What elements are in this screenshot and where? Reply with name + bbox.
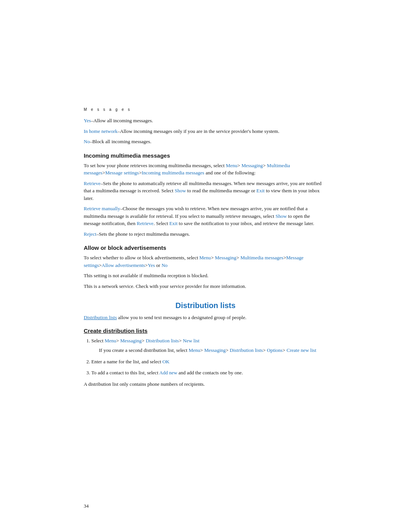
show-link-2[interactable]: Show <box>276 213 287 219</box>
menu-link-1[interactable]: Menu <box>226 163 237 168</box>
messaging-link-4[interactable]: Messaging <box>204 347 226 353</box>
step-3: To add a contact to this list, select Ad… <box>91 369 327 377</box>
messaging-link-3[interactable]: Messaging <box>120 338 142 343</box>
allow-block-heading: Allow or block advertisements <box>84 244 327 251</box>
home-network-text: –Allow incoming messages only if you are… <box>118 128 279 134</box>
allow-advertisements-link[interactable]: Allow advertisements <box>102 262 145 268</box>
create-distribution-lists-steps: Select Menu> Messaging> Distribution lis… <box>91 337 327 377</box>
no-line: No–Block all incoming messages. <box>84 138 327 145</box>
reject-link[interactable]: Reject <box>84 231 96 237</box>
incoming-multimedia-link[interactable]: Incoming multimedia messages <box>142 170 204 176</box>
yes-link[interactable]: Yes <box>84 118 91 123</box>
step-1: Select Menu> Messaging> Distribution lis… <box>91 337 327 354</box>
page: M e s s a g e s Yes–Allow all incoming m… <box>0 0 411 532</box>
create-new-list-link[interactable]: Create new list <box>287 347 316 353</box>
no-link[interactable]: No <box>84 139 90 144</box>
distribution-lists-major-heading: Distribution lists <box>84 301 327 310</box>
page-number: 34 <box>84 503 89 509</box>
messaging-link-1[interactable]: Messaging <box>241 163 263 168</box>
final-note: A distribution list only contains phone … <box>84 380 327 388</box>
step-1-indent: If you create a second distribution list… <box>99 347 327 354</box>
incoming-multimedia-heading: Incoming multimedia messages <box>84 152 327 159</box>
retrieve-link-2[interactable]: Retrieve <box>137 220 153 226</box>
network-service-note: This is a network service. Check with yo… <box>84 283 327 290</box>
distribution-lists-link-4[interactable]: Distribution lists <box>230 347 263 353</box>
message-settings-link-1[interactable]: Message settings <box>105 170 139 176</box>
reject-desc: Reject–Sets the phone to reject multimed… <box>84 230 327 238</box>
retrieve-link[interactable]: Retrieve <box>84 181 100 186</box>
distribution-lists-intro: Distribution lists allow you to send tex… <box>84 314 327 321</box>
section-label: M e s s a g e s <box>84 107 327 112</box>
new-list-link[interactable]: New list <box>183 338 200 343</box>
show-link-1[interactable]: Show <box>175 188 186 193</box>
messaging-link-2[interactable]: Messaging <box>215 255 236 260</box>
exit-link-1[interactable]: Exit <box>256 188 265 193</box>
in-home-network-link[interactable]: In home network <box>84 128 118 134</box>
yes-line: Yes–Allow all incoming messages. <box>84 117 327 125</box>
step-2: Enter a name for the list, and select OK <box>91 358 327 366</box>
yes-link-2[interactable]: Yes <box>148 262 155 268</box>
no-line-text: –Block all incoming messages. <box>90 139 151 144</box>
menu-link-4[interactable]: Menu <box>189 347 200 353</box>
no-link-2[interactable]: No <box>161 262 167 268</box>
exit-link-2[interactable]: Exit <box>169 220 178 226</box>
distribution-lists-link-3[interactable]: Distribution lists <box>146 338 179 343</box>
home-network-line: In home network–Allow incoming messages … <box>84 128 327 135</box>
distribution-list-intro-link[interactable]: Distribution lists <box>84 315 117 320</box>
add-new-link[interactable]: Add new <box>159 370 177 375</box>
incoming-multimedia-intro: To set how your phone retrieves incoming… <box>84 162 327 177</box>
ok-link[interactable]: OK <box>162 359 170 364</box>
menu-link-2[interactable]: Menu <box>199 255 211 260</box>
create-distribution-lists-heading: Create distribution lists <box>84 328 327 334</box>
not-available-note: This setting is not available if multime… <box>84 272 327 280</box>
menu-link-3[interactable]: Menu <box>105 338 116 343</box>
retrieve-desc: Retrieve–Sets the phone to automatically… <box>84 180 327 202</box>
multimedia-messages-link-2[interactable]: Multimedia messages <box>241 255 284 260</box>
allow-block-intro: To select whether to allow or block adve… <box>84 254 327 269</box>
yes-line-text: –Allow all incoming messages. <box>91 118 153 123</box>
retrieve-manually-link[interactable]: Retrieve manually <box>84 206 120 211</box>
options-link-4[interactable]: Options <box>267 347 282 353</box>
retrieve-manually-desc: Retrieve manually–Choose the messages yo… <box>84 205 327 227</box>
